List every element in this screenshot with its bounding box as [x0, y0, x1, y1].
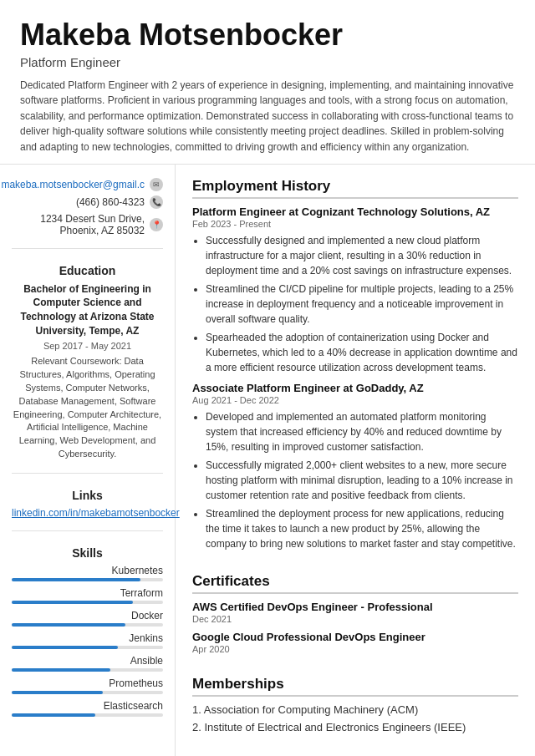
resume-page: Makeba Motsenbocker Platform Engineer De…: [0, 0, 535, 756]
skill-bar-bg: [12, 578, 163, 581]
contact-section: makeba.motsenbocker@gmail.c ✉ (466) 860-…: [12, 178, 163, 249]
membership-item: 1. Association for Computing Machinery (…: [192, 703, 518, 716]
cert-date: Apr 2020: [192, 644, 518, 654]
cert-name: AWS Certified DevOps Engineer - Professi…: [192, 601, 518, 613]
skill-name: Prometheus: [109, 677, 163, 689]
cert-date: Dec 2021: [192, 614, 518, 624]
skill-item: Docker: [12, 610, 163, 627]
edu-dates: Sep 2017 - May 2021: [12, 341, 163, 351]
skill-bar-bg: [12, 668, 163, 672]
candidate-name: Makeba Motsenbocker: [20, 18, 515, 52]
skill-name: Ansible: [130, 655, 163, 667]
skill-bar-fill: [12, 601, 133, 604]
address-contact: 1234 Desert Sun Drive, Phoenix, AZ 85032…: [12, 213, 163, 236]
job-bullet: Streamlined the CI/CD pipeline for multi…: [206, 282, 518, 327]
cert-entry: AWS Certified DevOps Engineer - Professi…: [192, 601, 518, 624]
memberships-section: Memberships 1. Association for Computing…: [192, 676, 518, 738]
edu-coursework: Relevant Coursework: Data Structures, Al…: [12, 355, 163, 462]
membership-item: 2. Institute of Electrical and Electroni…: [192, 721, 518, 733]
candidate-title: Platform Engineer: [20, 55, 515, 69]
address-text: 1234 Desert Sun Drive, Phoenix, AZ 85032: [12, 213, 145, 236]
coursework-text: Data Structures, Algorithms, Operating S…: [13, 356, 161, 459]
skill-bar-bg: [12, 623, 163, 627]
email-text: makeba.motsenbocker@gmail.c: [1, 179, 145, 190]
skill-bar-fill: [12, 646, 118, 649]
job-entry: Associate Platform Engineer at GoDaddy, …: [192, 382, 518, 551]
job-bullet: Streamlined the deployment process for n…: [206, 506, 518, 551]
skill-bar-fill: [12, 668, 110, 672]
job-title: Platform Engineer at Cognizant Technolog…: [192, 205, 518, 218]
body-section: makeba.motsenbocker@gmail.c ✉ (466) 860-…: [0, 165, 535, 756]
employment-section: Employment History Platform Engineer at …: [192, 178, 518, 558]
certificates-section: Certificates AWS Certified DevOps Engine…: [192, 573, 518, 661]
job-bullets-list: Developed and implemented an automated p…: [192, 409, 518, 551]
cert-name: Google Cloud Professional DevOps Enginee…: [192, 631, 518, 643]
skills-section: Skills Kubernetes Terraform Docker Jenki…: [12, 546, 163, 723]
skill-bar-bg: [12, 691, 163, 694]
education-title: Education: [12, 264, 163, 277]
certs-list: AWS Certified DevOps Engineer - Professi…: [192, 601, 518, 654]
skill-item: Jenkins: [12, 632, 163, 649]
certificates-title: Certificates: [192, 573, 518, 594]
skill-bar-fill: [12, 623, 125, 627]
skill-name: Terraform: [120, 587, 163, 599]
job-bullet: Successfully designed and implemented a …: [206, 233, 518, 278]
skill-item: Terraform: [12, 587, 163, 604]
skill-bar-bg: [12, 713, 163, 717]
memberships-title: Memberships: [192, 676, 518, 697]
skill-bar-fill: [12, 691, 103, 694]
links-title: Links: [12, 489, 163, 502]
skill-item: Elasticsearch: [12, 700, 163, 717]
skill-bar-bg: [12, 646, 163, 649]
education-section: Education Bachelor of Engineering in Com…: [12, 264, 163, 474]
main-content: Employment History Platform Engineer at …: [176, 165, 535, 756]
skill-name: Docker: [131, 610, 163, 622]
job-bullet: Spearheaded the adoption of containeriza…: [206, 330, 518, 375]
sidebar: makeba.motsenbocker@gmail.c ✉ (466) 860-…: [0, 165, 176, 756]
skill-item: Ansible: [12, 655, 163, 672]
skill-name: Kubernetes: [112, 565, 163, 576]
job-bullets-list: Successfully designed and implemented a …: [192, 233, 518, 375]
skill-bar-fill: [12, 578, 140, 581]
skill-item: Kubernetes: [12, 565, 163, 581]
jobs-list: Platform Engineer at Cognizant Technolog…: [192, 205, 518, 551]
employment-title: Employment History: [192, 178, 518, 199]
cert-entry: Google Cloud Professional DevOps Enginee…: [192, 631, 518, 654]
linkedin-link[interactable]: linkedin.com/in/makebamotsenbocker: [12, 507, 163, 519]
coursework-label: Relevant Coursework:: [31, 356, 121, 366]
job-dates: Aug 2021 - Dec 2022: [192, 395, 518, 405]
memberships-list: 1. Association for Computing Machinery (…: [192, 703, 518, 733]
job-dates: Feb 2023 - Present: [192, 219, 518, 229]
skill-name: Jenkins: [129, 632, 163, 644]
skill-item: Prometheus: [12, 677, 163, 694]
job-bullet: Successfully migrated 2,000+ client webs…: [206, 458, 518, 503]
edu-degree: Bachelor of Engineering in Computer Scie…: [12, 282, 163, 338]
candidate-summary: Dedicated Platform Engineer with 2 years…: [20, 78, 515, 155]
skills-title: Skills: [12, 546, 163, 560]
skill-bar-fill: [12, 713, 95, 717]
header-section: Makeba Motsenbocker Platform Engineer De…: [0, 0, 535, 165]
email-contact: makeba.motsenbocker@gmail.c ✉: [12, 178, 163, 191]
skills-list: Kubernetes Terraform Docker Jenkins Ansi…: [12, 565, 163, 717]
phone-contact: (466) 860-4323 📞: [12, 195, 163, 209]
email-icon: ✉: [150, 178, 163, 191]
location-icon: 📍: [150, 218, 163, 231]
job-title: Associate Platform Engineer at GoDaddy, …: [192, 382, 518, 394]
phone-text: (466) 860-4323: [76, 196, 145, 208]
phone-icon: 📞: [150, 195, 163, 209]
links-section: Links linkedin.com/in/makebamotsenbocker: [12, 489, 163, 531]
skill-bar-bg: [12, 601, 163, 604]
skill-name: Elasticsearch: [104, 700, 163, 712]
job-bullet: Developed and implemented an automated p…: [206, 409, 518, 454]
job-entry: Platform Engineer at Cognizant Technolog…: [192, 205, 518, 375]
